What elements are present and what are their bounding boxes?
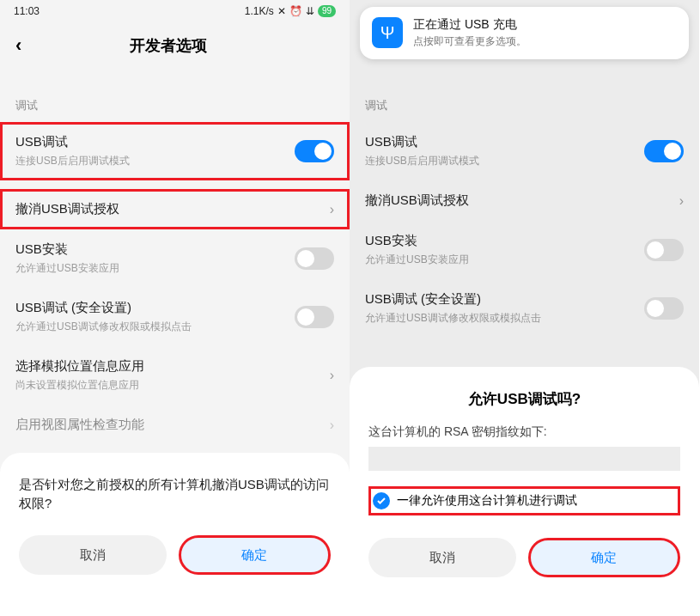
status-time: 11:03 <box>14 5 40 17</box>
notif-title: 正在通过 USB 充电 <box>413 17 527 33</box>
usb-sec-sub: 允许通过USB调试修改权限或模拟点击 <box>15 320 295 334</box>
battery-pill: 99 <box>318 5 336 17</box>
chevron-right-icon: › <box>330 202 334 217</box>
usb-install-label: USB安装 <box>15 241 295 258</box>
phone-left: 11:03 1.1K/s ✕ ⏰ ⇊ 99 ‹ 开发者选项 调试 USB调试 连… <box>0 0 350 616</box>
ok-button[interactable]: 确定 <box>528 538 681 577</box>
check-icon <box>373 492 390 509</box>
rsa-fingerprint-box <box>368 447 680 471</box>
dialog-title: 允许USB调试吗? <box>368 389 680 409</box>
page-title: 开发者选项 <box>3 35 334 56</box>
usb-icon: Ψ <box>372 17 403 48</box>
usb-install-sub: 允许通过USB安装应用 <box>15 261 295 276</box>
usb-sec-label: USB调试 (安全设置) <box>15 300 295 316</box>
mock-loc-label: 选择模拟位置信息应用 <box>15 358 330 375</box>
usb-debug-toggle[interactable] <box>295 140 334 162</box>
dialog-allow-usb: 允许USB调试吗? 这台计算机的 RSA 密钥指纹如下: 一律允许使用这台计算机… <box>350 367 699 616</box>
extra-label: 启用视图属性检查功能 <box>15 417 330 433</box>
phone-right: ‹ 开发者选项 调试 USB调试 连接USB后启用调试模式 撤消USB调试授权 … <box>350 0 699 616</box>
usb-sec-toggle[interactable] <box>295 306 334 328</box>
usb-debug-label: USB调试 <box>15 134 295 150</box>
usb-install-toggle[interactable] <box>644 239 684 261</box>
usb-debug-sub: 连接USB后启用调试模式 <box>15 154 295 168</box>
section-header-debug: 调试 <box>0 69 350 122</box>
usb-charging-notif[interactable]: Ψ 正在通过 USB 充电 点按即可查看更多选项。 <box>360 7 689 59</box>
chevron-right-icon: › <box>330 418 334 433</box>
setting-mock-location[interactable]: 选择模拟位置信息应用 尚未设置模拟位置信息应用 › <box>0 346 350 405</box>
notif-sub: 点按即可查看更多选项。 <box>413 34 527 49</box>
usb-install-toggle[interactable] <box>295 247 334 270</box>
title-bar: ‹ 开发者选项 <box>0 22 350 69</box>
ok-button[interactable]: 确定 <box>179 535 332 575</box>
chevron-right-icon: › <box>330 368 334 383</box>
alarm-icon: ⏰ <box>289 5 302 17</box>
setting-extra[interactable]: 启用视图属性检查功能 › <box>0 405 350 445</box>
dialog-message: 是否针对您之前授权的所有计算机撤消USB调试的访问权限? <box>19 475 331 513</box>
cancel-button[interactable]: 取消 <box>368 538 516 577</box>
setting-usb-sec[interactable]: USB调试 (安全设置) 允许通过USB调试修改权限或模拟点击 <box>0 288 350 346</box>
wifi-icon: ⇊ <box>306 5 314 17</box>
usb-debug-toggle[interactable] <box>644 140 684 162</box>
status-bar: 11:03 1.1K/s ✕ ⏰ ⇊ 99 <box>0 0 350 22</box>
setting-usb-install[interactable]: USB安装 允许通过USB安装应用 <box>0 229 350 288</box>
dialog-rsa-label: 这台计算机的 RSA 密钥指纹如下: <box>368 424 680 440</box>
usb-sec-toggle[interactable] <box>644 297 684 320</box>
cancel-button[interactable]: 取消 <box>19 535 167 575</box>
always-allow-label: 一律允许使用这台计算机进行调试 <box>397 493 577 509</box>
setting-revoke-auth[interactable]: 撤消USB调试授权 › <box>0 189 350 229</box>
mock-loc-sub: 尚未设置模拟位置信息应用 <box>15 378 330 393</box>
revoke-label: 撤消USB调试授权 <box>15 201 330 217</box>
vibrate-icon: ✕ <box>277 5 286 17</box>
status-rate: 1.1K/s <box>245 5 274 17</box>
setting-usb-debug[interactable]: USB调试 连接USB后启用调试模式 <box>0 122 350 180</box>
always-allow-row[interactable]: 一律允许使用这台计算机进行调试 <box>368 486 680 515</box>
dialog-revoke: 是否针对您之前授权的所有计算机撤消USB调试的访问权限? 取消 确定 <box>0 453 350 616</box>
